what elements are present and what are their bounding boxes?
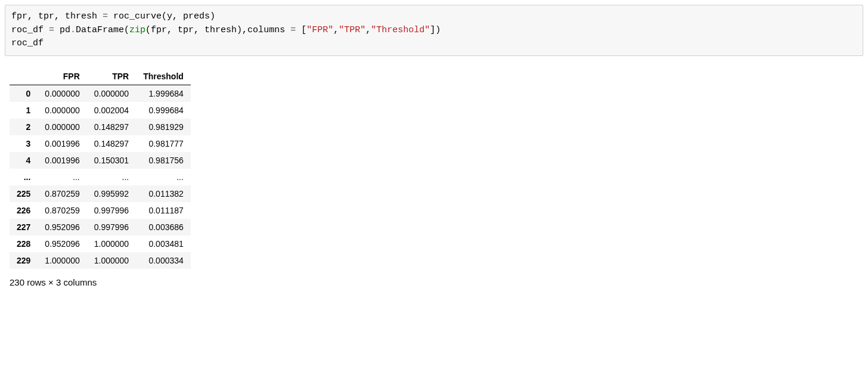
table-row: 2291.0000001.0000000.000334	[10, 252, 191, 269]
dataframe-table: FPR TPR Threshold 00.0000000.0000001.999…	[10, 68, 191, 269]
table-row: 20.0000000.1482970.981929	[10, 119, 191, 135]
table-row: 2280.9520961.0000000.003481	[10, 235, 191, 252]
table-row: 00.0000000.0000001.999684	[10, 85, 191, 102]
table-row: 30.0019960.1482970.981777	[10, 135, 191, 152]
shape-info: 230 rows × 3 columns	[10, 277, 863, 287]
col-header-threshold: Threshold	[136, 68, 191, 85]
index-header	[10, 68, 38, 85]
table-row: 2260.8702590.9979960.011187	[10, 202, 191, 219]
table-row: 2270.9520960.9979960.003686	[10, 219, 191, 235]
table-row-ellipsis: ............	[10, 169, 191, 185]
col-header-tpr: TPR	[87, 68, 136, 85]
table-row: 40.0019960.1503010.981756	[10, 152, 191, 169]
code-cell: fpr, tpr, thresh = roc_curve(y, preds) r…	[5, 5, 863, 56]
table-row: 2250.8702590.9959920.011382	[10, 185, 191, 202]
table-row: 10.0000000.0020040.999684	[10, 102, 191, 119]
col-header-fpr: FPR	[38, 68, 86, 85]
output-area: FPR TPR Threshold 00.0000000.0000001.999…	[5, 68, 863, 287]
